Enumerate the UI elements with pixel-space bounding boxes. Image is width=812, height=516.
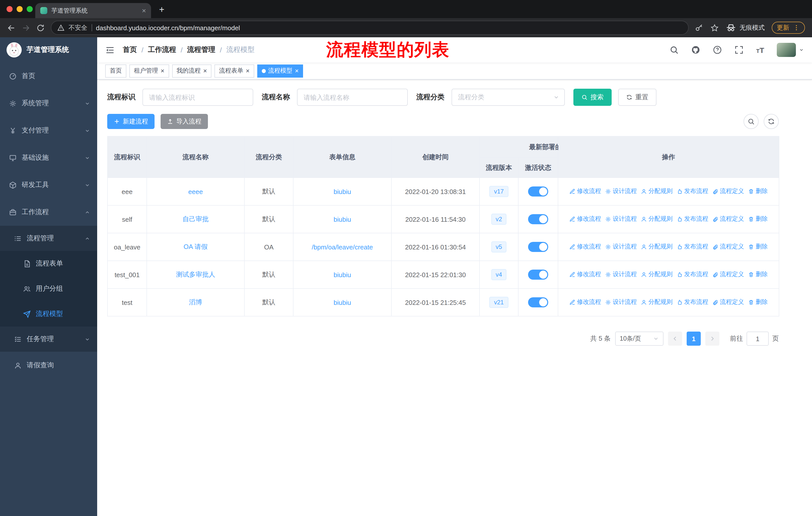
sidebar-item-workflow[interactable]: 工作流程 [0, 198, 97, 226]
back-icon[interactable] [7, 23, 16, 32]
process-name-link[interactable]: OA 请假 [183, 243, 207, 250]
reset-button[interactable]: 重置 [618, 89, 657, 106]
edit-process-link[interactable]: 修改流程 [569, 298, 601, 307]
close-window-button[interactable] [6, 6, 12, 12]
publish-process-link[interactable]: 发布流程 [676, 243, 708, 251]
delete-process-link[interactable]: 删除 [748, 243, 768, 251]
form-link[interactable]: biubiu [334, 299, 351, 306]
github-icon[interactable] [691, 45, 700, 54]
sidebar-item-home[interactable]: 首页 [0, 62, 97, 90]
process-key-input[interactable] [142, 89, 253, 106]
toggle-search-button[interactable] [744, 114, 759, 129]
process-definition-link[interactable]: 流程定义 [712, 215, 744, 223]
sidebar-item-user-group[interactable]: 用户分组 [0, 276, 97, 301]
assign-rule-link[interactable]: 分配规则 [641, 298, 672, 307]
process-definition-link[interactable]: 流程定义 [712, 243, 744, 251]
tag-home[interactable]: 首页 [105, 64, 126, 77]
delete-process-link[interactable]: 删除 [748, 215, 768, 223]
active-toggle[interactable] [528, 186, 548, 196]
form-link[interactable]: biubiu [334, 271, 351, 278]
bookmark-star-icon[interactable] [710, 23, 719, 32]
process-name-link[interactable]: 滔博 [189, 298, 202, 306]
process-name-link[interactable]: 测试多审批人 [176, 271, 215, 278]
process-name-link[interactable]: eeee [188, 188, 203, 195]
breadcrumb-workflow[interactable]: 工作流程 [148, 45, 176, 54]
password-key-icon[interactable] [695, 23, 703, 32]
sidebar-item-leave-query[interactable]: 请假查询 [0, 352, 97, 379]
refresh-table-button[interactable] [764, 114, 779, 129]
prev-page-button[interactable] [668, 332, 682, 346]
search-button[interactable]: 搜索 [573, 89, 612, 106]
page-size-select[interactable]: 10条/页 [615, 332, 664, 346]
design-process-link[interactable]: 设计流程 [605, 243, 637, 251]
active-toggle[interactable] [528, 242, 548, 252]
page-number-button[interactable]: 1 [687, 332, 701, 346]
import-process-button[interactable]: 导入流程 [161, 114, 208, 129]
update-button[interactable]: 更新 [772, 22, 805, 34]
sidebar-item-infrastructure[interactable]: 基础设施 [0, 144, 97, 171]
new-tab-button[interactable]: + [159, 4, 164, 15]
active-toggle[interactable] [528, 214, 548, 224]
sidebar-item-task-management[interactable]: 任务管理 [0, 327, 97, 352]
process-name-link[interactable]: 自己审批 [182, 215, 209, 223]
zoom-window-button[interactable] [27, 6, 33, 12]
tag-close-icon[interactable]: × [203, 67, 207, 74]
address-bar[interactable]: 不安全 dashboard.yudao.iocoder.cn/bpm/manag… [51, 21, 689, 35]
search-icon[interactable] [670, 45, 678, 54]
breadcrumb-home[interactable]: 首页 [123, 45, 137, 54]
edit-process-link[interactable]: 修改流程 [569, 215, 601, 223]
forward-icon[interactable] [22, 23, 30, 32]
design-process-link[interactable]: 设计流程 [605, 187, 637, 196]
active-toggle[interactable] [528, 297, 548, 307]
process-definition-link[interactable]: 流程定义 [712, 298, 744, 307]
design-process-link[interactable]: 设计流程 [605, 215, 637, 223]
form-link[interactable]: /bpm/oa/leave/create [312, 243, 373, 251]
tag-my-process[interactable]: 我的流程 × [172, 64, 211, 77]
tag-tenant-management[interactable]: 租户管理 × [129, 64, 169, 77]
user-avatar[interactable] [777, 43, 804, 57]
edit-process-link[interactable]: 修改流程 [569, 187, 601, 196]
tag-process-form[interactable]: 流程表单 × [214, 64, 254, 77]
tag-close-icon[interactable]: × [161, 67, 164, 74]
delete-process-link[interactable]: 删除 [748, 298, 768, 307]
publish-process-link[interactable]: 发布流程 [676, 298, 708, 307]
browser-tab[interactable]: 芋道管理系统 × [35, 3, 151, 18]
sidebar-item-payment[interactable]: 支付管理 [0, 117, 97, 144]
sidebar-item-system[interactable]: 系统管理 [0, 90, 97, 117]
sidebar-item-devtools[interactable]: 研发工具 [0, 171, 97, 198]
fullscreen-icon[interactable] [734, 45, 744, 54]
edit-process-link[interactable]: 修改流程 [569, 243, 601, 251]
process-definition-link[interactable]: 流程定义 [712, 270, 744, 279]
goto-page-input[interactable] [747, 332, 769, 346]
sidebar-item-process-model[interactable]: 流程模型 [0, 301, 97, 327]
delete-process-link[interactable]: 删除 [748, 187, 768, 196]
process-definition-link[interactable]: 流程定义 [712, 187, 744, 196]
create-process-button[interactable]: 新建流程 [107, 114, 154, 129]
process-name-input[interactable] [297, 89, 408, 106]
minimize-window-button[interactable] [17, 6, 23, 12]
assign-rule-link[interactable]: 分配规则 [641, 243, 672, 251]
font-size-icon[interactable]: TT [756, 46, 764, 54]
breadcrumb-process-management[interactable]: 流程管理 [187, 45, 215, 54]
tab-close-icon[interactable]: × [142, 7, 146, 14]
form-link[interactable]: biubiu [334, 215, 351, 223]
process-category-select[interactable]: 流程分类 [452, 89, 565, 106]
browser-menu-icon[interactable] [793, 24, 800, 31]
assign-rule-link[interactable]: 分配规则 [641, 187, 672, 196]
assign-rule-link[interactable]: 分配规则 [641, 270, 672, 279]
assign-rule-link[interactable]: 分配规则 [641, 215, 672, 223]
publish-process-link[interactable]: 发布流程 [676, 215, 708, 223]
sidebar-item-process-management[interactable]: 流程管理 [0, 226, 97, 251]
publish-process-link[interactable]: 发布流程 [676, 270, 708, 279]
edit-process-link[interactable]: 修改流程 [569, 270, 601, 279]
next-page-button[interactable] [705, 332, 719, 346]
design-process-link[interactable]: 设计流程 [605, 270, 637, 279]
active-toggle[interactable] [528, 270, 548, 280]
sidebar-item-process-form[interactable]: 流程表单 [0, 251, 97, 276]
design-process-link[interactable]: 设计流程 [605, 298, 637, 307]
tag-process-model[interactable]: 流程模型 × [257, 64, 303, 77]
sidebar-logo[interactable]: 芋道管理系统 [0, 37, 97, 62]
help-icon[interactable] [713, 45, 722, 54]
publish-process-link[interactable]: 发布流程 [676, 187, 708, 196]
sidebar-fold-icon[interactable] [105, 45, 115, 55]
